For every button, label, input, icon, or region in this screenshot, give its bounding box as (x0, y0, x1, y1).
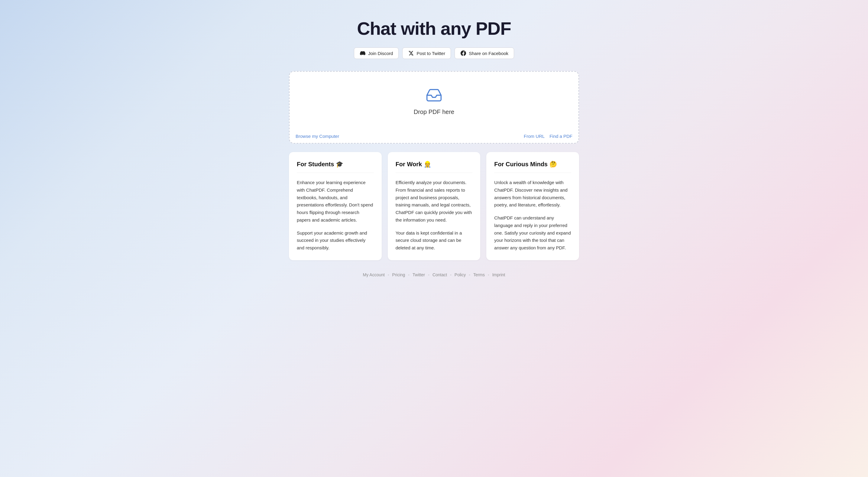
footer-terms[interactable]: Terms (473, 272, 485, 277)
card-students-body: Enhance your learning experience with Ch… (297, 179, 374, 252)
drop-zone[interactable]: Drop PDF here Browse my Computer From UR… (289, 71, 579, 144)
card-work: For Work 👷 Efficiently analyze your docu… (388, 152, 480, 260)
footer-my-account[interactable]: My Account (363, 272, 385, 277)
footer-sep-3: - (428, 272, 430, 277)
footer-sep-1: - (388, 272, 389, 277)
footer-sep-6: - (488, 272, 489, 277)
from-url-link[interactable]: From URL (524, 133, 545, 139)
twitter-label: Post to Twitter (416, 51, 445, 56)
inbox-icon (426, 87, 442, 104)
discord-button[interactable]: Join Discord (354, 48, 399, 59)
footer-imprint[interactable]: Imprint (492, 272, 505, 277)
drop-zone-footer: Browse my Computer From URL Find a PDF (289, 130, 579, 143)
card-work-p2: Your data is kept confidential in a secu… (396, 230, 473, 252)
browse-my-computer-link[interactable]: Browse my Computer (296, 133, 339, 139)
card-curious-p1: Unlock a wealth of knowledge with ChatPD… (494, 179, 571, 209)
page-title: Chat with any PDF (357, 18, 511, 39)
card-curious-title: For Curious Minds 🤔 (494, 160, 571, 173)
card-curious-p2: ChatPDF can understand any language and … (494, 214, 571, 252)
footer-policy[interactable]: Policy (455, 272, 466, 277)
drop-zone-inner[interactable]: Drop PDF here (289, 72, 579, 130)
card-students-title: For Students 🎓 (297, 160, 374, 173)
footer-sep-4: - (450, 272, 452, 277)
footer-twitter[interactable]: Twitter (412, 272, 425, 277)
twitter-button[interactable]: Post to Twitter (402, 48, 451, 59)
facebook-label: Share on Facebook (469, 51, 508, 56)
cards-container: For Students 🎓 Enhance your learning exp… (289, 152, 579, 260)
find-a-pdf-link[interactable]: Find a PDF (550, 133, 572, 139)
footer-contact[interactable]: Contact (433, 272, 447, 277)
card-curious: For Curious Minds 🤔 Unlock a wealth of k… (486, 152, 579, 260)
card-students-p2: Support your academic growth and succeed… (297, 230, 374, 252)
card-students-p1: Enhance your learning experience with Ch… (297, 179, 374, 224)
footer-sep-5: - (469, 272, 470, 277)
card-students: For Students 🎓 Enhance your learning exp… (289, 152, 382, 260)
footer: My Account - Pricing - Twitter - Contact… (363, 272, 505, 277)
facebook-button[interactable]: Share on Facebook (455, 48, 514, 59)
twitter-icon (408, 50, 414, 56)
facebook-icon (460, 50, 466, 56)
footer-sep-2: - (408, 272, 409, 277)
drop-text: Drop PDF here (414, 109, 455, 116)
right-links: From URL Find a PDF (524, 133, 572, 139)
footer-pricing[interactable]: Pricing (392, 272, 405, 277)
card-work-p1: Efficiently analyze your documents. From… (396, 179, 473, 224)
social-buttons: Join Discord Post to Twitter Share on Fa… (354, 48, 514, 59)
discord-icon (360, 50, 366, 56)
card-work-body: Efficiently analyze your documents. From… (396, 179, 473, 252)
card-curious-body: Unlock a wealth of knowledge with ChatPD… (494, 179, 571, 252)
card-work-title: For Work 👷 (396, 160, 473, 173)
discord-label: Join Discord (368, 51, 393, 56)
